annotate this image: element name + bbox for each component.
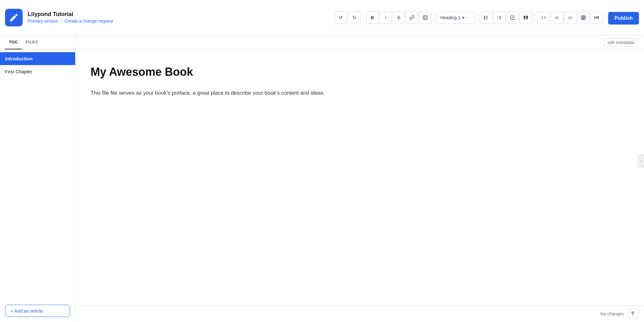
app-info: Lilypond Tutorial Primary version | Crea… — [28, 11, 113, 24]
svg-point-1 — [424, 16, 425, 17]
undo-redo-section: ↺ ↻ — [334, 11, 361, 24]
hr-button[interactable]: HR — [590, 11, 603, 24]
content-text: This file file serves as your book's pre… — [91, 89, 343, 98]
add-article-button[interactable]: + Add an article — [5, 305, 70, 317]
link-button[interactable] — [406, 11, 418, 24]
misc-section: x2 x2 HR — [537, 11, 603, 24]
content-body: My Awesome Book This file file serves as… — [75, 50, 358, 193]
table-icon — [581, 15, 586, 20]
toolbar-divider-4 — [535, 13, 535, 22]
right-panel-handle[interactable]: › — [638, 155, 644, 167]
toolbar-divider-3 — [477, 13, 477, 22]
image-icon — [423, 15, 428, 20]
app-title: Lilypond Tutorial — [28, 11, 113, 18]
toolbar-divider-1 — [363, 13, 364, 22]
subscript-button[interactable]: x2 — [551, 11, 563, 24]
bold-button[interactable]: B — [366, 11, 379, 24]
content-title: My Awesome Book — [91, 65, 343, 79]
help-button[interactable]: ? — [628, 309, 638, 319]
create-change-link[interactable]: Create a change request — [64, 19, 113, 24]
content-area: edit metadata My Awesome Book This file … — [75, 35, 644, 322]
table-button[interactable] — [577, 11, 590, 24]
app-links: Primary version | Create a change reques… — [28, 18, 113, 24]
redo-button[interactable]: ↻ — [348, 11, 361, 24]
header: Lilypond Tutorial Primary version | Crea… — [0, 0, 644, 35]
svg-point-5 — [484, 16, 485, 17]
code-icon — [541, 15, 546, 20]
main-layout: TOC FILES Introduction First Chapter + A… — [0, 35, 644, 322]
sidebar-items: Introduction First Chapter — [0, 50, 75, 300]
sidebar-tabs: TOC FILES — [0, 35, 75, 50]
code-button[interactable] — [537, 11, 550, 24]
bullet-list-button[interactable] — [480, 11, 492, 24]
primary-version-link[interactable]: Primary version — [28, 19, 58, 24]
chevron-right-icon: › — [641, 159, 642, 163]
status-bar: No changes ? — [75, 305, 644, 322]
svg-rect-14 — [581, 16, 585, 19]
tab-toc[interactable]: TOC — [5, 35, 22, 49]
sidebar-item-label: First Chapter — [5, 69, 32, 74]
chevron-down-icon: ▾ — [462, 15, 464, 20]
sidebar-item-introduction[interactable]: Introduction — [0, 52, 75, 65]
undo-button[interactable]: ↺ — [334, 11, 347, 24]
tab-files[interactable]: FILES — [22, 35, 42, 49]
italic-button[interactable]: i — [379, 11, 392, 24]
no-changes-label: No changes — [600, 311, 624, 316]
strikethrough-button[interactable]: S — [392, 11, 405, 24]
bullet-list-icon — [484, 15, 489, 20]
svg-text:3.: 3. — [497, 18, 499, 19]
link-icon — [409, 15, 414, 20]
edit-metadata-button[interactable]: edit metadata — [604, 38, 638, 47]
edit-icon — [9, 13, 19, 23]
svg-point-6 — [484, 17, 485, 18]
text-format-section: B i S — [366, 11, 431, 24]
content-topbar: edit metadata — [75, 35, 644, 50]
toolbar-divider-2 — [434, 13, 434, 22]
toolbar-divider-5 — [605, 13, 606, 22]
toolbar: ↺ ↻ B i S Heading 1 ▾ — [334, 11, 639, 25]
sidebar: TOC FILES Introduction First Chapter + A… — [0, 35, 75, 322]
app-logo — [5, 9, 23, 26]
heading-dropdown[interactable]: Heading 1 ▾ — [437, 11, 475, 24]
blockquote-icon — [523, 15, 528, 20]
list-section: 1.2.3. — [480, 11, 532, 24]
publish-button[interactable]: Publish — [608, 12, 639, 25]
svg-point-7 — [484, 19, 485, 19]
task-list-button[interactable] — [506, 11, 519, 24]
heading-label: Heading 1 — [440, 15, 460, 20]
sidebar-item-label: Introduction — [5, 56, 32, 61]
ordered-list-icon: 1.2.3. — [497, 15, 502, 20]
image-button[interactable] — [419, 11, 431, 24]
link-separator: | — [61, 18, 62, 24]
ordered-list-button[interactable]: 1.2.3. — [493, 11, 506, 24]
superscript-button[interactable]: x2 — [564, 11, 576, 24]
task-list-icon — [510, 15, 515, 20]
blockquote-button[interactable] — [519, 11, 532, 24]
sidebar-item-first-chapter[interactable]: First Chapter — [0, 65, 75, 78]
